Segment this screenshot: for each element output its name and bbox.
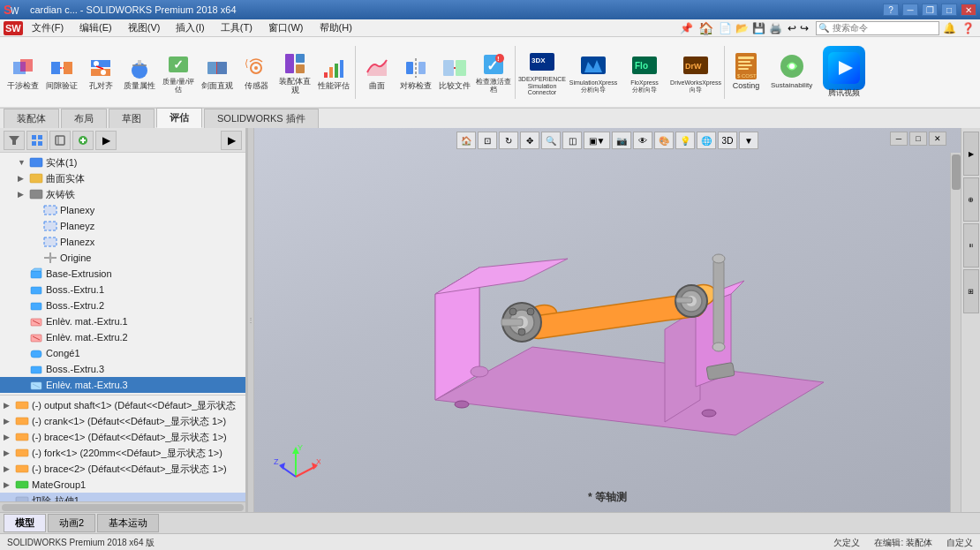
vp-minimize-button[interactable]: ─: [890, 132, 908, 146]
search-bar[interactable]: 🔍: [816, 21, 939, 35]
rp-btn-3[interactable]: ≡: [963, 223, 979, 267]
sidebar-icon1-button[interactable]: [26, 131, 48, 150]
bottom-tab-model[interactable]: 模型: [4, 514, 46, 532]
tree-item-cutout[interactable]: 切除-拉伸1: [0, 493, 245, 501]
view-section-button[interactable]: ◫: [562, 132, 582, 149]
tree-item-brace2[interactable]: ▶ (-) brace<2> (Défaut<<Défaut>_显示状态 1>): [0, 461, 245, 477]
tree-item-mate-group[interactable]: ▶ MateGroup1: [0, 477, 245, 493]
undo-icon[interactable]: ↩: [788, 22, 796, 34]
expand-crank-icon[interactable]: ▶: [4, 417, 14, 426]
redo-icon[interactable]: ↪: [800, 22, 809, 34]
tab-evaluate[interactable]: 评估: [156, 108, 202, 128]
mass-properties-button[interactable]: 质量属性: [120, 52, 159, 93]
costing-button[interactable]: $ COST Costing: [727, 52, 765, 93]
tree-item-base-extrusion[interactable]: Base-Extrusion: [0, 266, 245, 282]
view-light-button[interactable]: 💡: [675, 132, 695, 149]
expand-brace2-icon[interactable]: ▶: [4, 464, 14, 473]
view-filter-button[interactable]: ▼: [739, 132, 758, 149]
tree-item-planeyz[interactable]: Planeyz: [0, 218, 245, 234]
sidebar-filter-button[interactable]: [4, 131, 25, 150]
view-zoom-button[interactable]: 🔍: [541, 132, 561, 149]
tree-item-enlev-mat-extru-last[interactable]: Enlèv. mat.-Extru.3: [0, 377, 245, 393]
scrollbar-thumb-v[interactable]: [952, 154, 961, 190]
tree-item-planezx[interactable]: Planezx: [0, 234, 245, 250]
tree-item-solid[interactable]: ▼ 实体(1): [0, 154, 245, 170]
tree-item-boss-extru1[interactable]: Boss.-Extru.1: [0, 282, 245, 298]
tree-item-output-shaft[interactable]: ▶ (-) output shaft<1> (Défaut<<Défaut>_显…: [0, 397, 245, 413]
check-active-button[interactable]: ✓ ! 检查激活查档: [474, 49, 513, 96]
home-icon[interactable]: 🏠: [698, 21, 713, 35]
sensor-button[interactable]: 传感器: [237, 52, 275, 93]
compare-button[interactable]: 比较文件: [435, 52, 474, 93]
assembly-view-button[interactable]: 装配体直观: [275, 48, 314, 97]
sidebar-add-button[interactable]: [72, 131, 94, 150]
tree-item-surface-body[interactable]: ▶ 曲面实体: [0, 170, 245, 186]
search-input[interactable]: [831, 23, 919, 33]
rp-btn-2[interactable]: ⊕: [963, 177, 979, 222]
save-icon[interactable]: 💾: [752, 22, 765, 34]
view-pan-button[interactable]: ✥: [520, 132, 539, 149]
tree-item-boss-extru3[interactable]: Boss.-Extru.3: [0, 361, 245, 377]
expand-output-shaft-icon[interactable]: ▶: [4, 401, 14, 410]
sidebar-expand-button[interactable]: ▶: [221, 131, 242, 150]
menu-window[interactable]: 窗口(W): [261, 19, 311, 36]
menu-help[interactable]: 帮助(H): [313, 19, 359, 36]
help-button[interactable]: ?: [883, 4, 899, 16]
view-display-button[interactable]: ▣▼: [584, 132, 610, 149]
section-view-button[interactable]: 剑面直观: [198, 52, 237, 93]
sidebar-play-button[interactable]: ▶: [95, 131, 117, 150]
tree-item-boss-extru2[interactable]: Boss.-Extru.2: [0, 298, 245, 313]
minimize-button[interactable]: ─: [902, 4, 918, 16]
quality-measure-button[interactable]: ✓ 质量/量/评估: [159, 49, 198, 96]
menu-edit[interactable]: 编辑(E): [72, 19, 119, 36]
interference-check-button[interactable]: 干涉检查: [4, 52, 42, 93]
view-hide-button[interactable]: 👁: [633, 132, 652, 149]
maximize-button[interactable]: □: [941, 4, 957, 16]
tree-item-brace1[interactable]: ▶ (-) brace<1> (Défaut<<Défaut>_显示状态 1>): [0, 429, 245, 445]
open-icon[interactable]: 📂: [735, 22, 749, 34]
driveworksxpress-button[interactable]: DrW DriveWorksXpress向导: [669, 49, 722, 94]
vp-maximize-button[interactable]: □: [909, 132, 927, 146]
floxpress-button[interactable]: Flo FloXpress分析向导: [620, 49, 669, 94]
clearance-check-button[interactable]: 间隙验证: [42, 52, 81, 93]
rp-btn-4[interactable]: ⊞: [963, 269, 979, 313]
3d-viewport[interactable]: 🏠 ⊡ ↻ ✥ 🔍 ◫ ▣▼ 📷 👁 🎨 💡 🌐 3D ▼: [254, 128, 961, 512]
expand-solid-icon[interactable]: ▼: [18, 158, 28, 167]
vp-close-button[interactable]: ✕: [929, 132, 946, 146]
tree-item-conge1[interactable]: Congé1: [0, 345, 245, 361]
tree-item-cast[interactable]: ▶ 灰铸铁: [0, 186, 245, 202]
menu-view[interactable]: 视图(V): [121, 19, 168, 36]
simulationxpress-button[interactable]: SimulationXpress分析向导: [567, 49, 620, 94]
sustainability-button[interactable]: Sustainability: [765, 52, 818, 92]
restore-button[interactable]: ❐: [922, 4, 938, 16]
tab-sketch[interactable]: 草图: [109, 109, 155, 128]
tab-assembly[interactable]: 装配体: [4, 109, 59, 128]
close-button[interactable]: ✕: [961, 4, 976, 16]
expand-cast-icon[interactable]: ▶: [18, 190, 28, 199]
viewport-scrollbar-v[interactable]: [950, 153, 961, 512]
tree-item-crank[interactable]: ▶ (-) crank<1> (Défaut<<Défaut>_显示状态 1>): [0, 413, 245, 429]
sidebar-tree-button[interactable]: [49, 131, 71, 150]
print-icon[interactable]: 🖨️: [769, 22, 782, 34]
tree-item-origine[interactable]: Origine: [0, 250, 245, 266]
bottom-tab-animation[interactable]: 动画2: [48, 514, 95, 532]
view-rotate-button[interactable]: ↻: [499, 132, 518, 149]
view-scene-button[interactable]: 🌐: [697, 132, 716, 149]
view-camera-button[interactable]: 📷: [612, 132, 631, 149]
view-orient-button[interactable]: 🏠: [456, 132, 476, 149]
tree-item-fork1[interactable]: ▶ (-) fork<1> (220mm<<Défaut>_显示状态 1>): [0, 445, 245, 461]
expand-mate-icon[interactable]: ▶: [4, 480, 14, 489]
3dexperience-button[interactable]: 3DX 3DEXPERIENCESimulationConnector: [517, 46, 567, 98]
bottom-tab-motion[interactable]: 基本运动: [97, 514, 159, 532]
menu-tools[interactable]: 工具(T): [214, 19, 260, 36]
view-zoom-fit-button[interactable]: ⊡: [478, 132, 497, 149]
tab-layout[interactable]: 布局: [61, 109, 107, 128]
resize-handle[interactable]: ⋮: [247, 128, 254, 512]
tencent-video-button[interactable]: 腾讯视频: [818, 45, 871, 100]
symmetry-button[interactable]: 对称检查: [396, 52, 435, 93]
expand-brace1-icon[interactable]: ▶: [4, 433, 14, 441]
view-appear-button[interactable]: 🎨: [654, 132, 674, 149]
surface-button[interactable]: 曲面: [358, 52, 396, 93]
tree-item-planexy[interactable]: Planexy: [0, 202, 245, 218]
expand-surface-icon[interactable]: ▶: [18, 174, 28, 183]
